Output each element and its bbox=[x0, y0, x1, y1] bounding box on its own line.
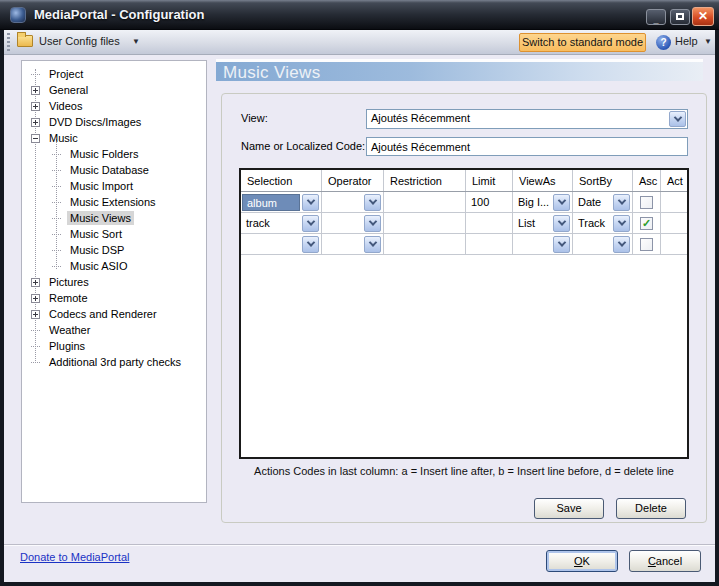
expand-icon[interactable] bbox=[31, 310, 40, 319]
sortby-combo[interactable]: Date bbox=[573, 192, 632, 212]
chevron-down-icon bbox=[306, 217, 314, 225]
selection-combo-dropdown-button[interactable] bbox=[302, 194, 319, 211]
expand-icon[interactable] bbox=[31, 294, 40, 303]
operator-combo[interactable] bbox=[322, 234, 383, 254]
column-header-limit: Limit bbox=[466, 170, 513, 191]
maximize-button[interactable] bbox=[670, 9, 690, 25]
asc-checkbox[interactable] bbox=[640, 196, 653, 209]
asc-cell bbox=[633, 192, 661, 212]
sidebar-item-additional-3rd-party-checks[interactable]: Additional 3rd party checks bbox=[22, 354, 206, 370]
tree-branch-stub bbox=[52, 218, 61, 219]
chevron-down-icon bbox=[368, 217, 376, 225]
sortby-combo-dropdown-button[interactable] bbox=[613, 236, 630, 253]
sidebar-item-pictures[interactable]: Pictures bbox=[22, 274, 206, 290]
view-select[interactable]: Ajoutés Récemment bbox=[366, 109, 688, 129]
collapse-icon[interactable] bbox=[31, 134, 40, 143]
selection-combo[interactable]: track bbox=[241, 213, 321, 233]
sidebar-item-music-extensions[interactable]: Music Extensions bbox=[22, 194, 206, 210]
selection-combo-dropdown-button[interactable] bbox=[302, 236, 319, 253]
help-button[interactable]: Help bbox=[675, 35, 698, 47]
folder-icon bbox=[17, 35, 33, 47]
sidebar-item-music-views[interactable]: Music Views bbox=[22, 210, 206, 226]
save-button[interactable]: Save bbox=[534, 498, 604, 519]
act-cell[interactable] bbox=[661, 192, 687, 212]
donate-link[interactable]: Donate to MediaPortal bbox=[20, 551, 129, 563]
toolbar-grip-handle[interactable] bbox=[7, 33, 10, 51]
mediaportal-configuration-window: MediaPortal - Configuration _ ✕ User Con… bbox=[0, 0, 719, 586]
expand-icon[interactable] bbox=[31, 86, 40, 95]
limit-cell[interactable]: 100 bbox=[466, 192, 513, 212]
config-files-dropdown[interactable]: User Config files bbox=[39, 35, 120, 47]
sortby-cell: Date bbox=[573, 192, 633, 212]
sidebar-item-music-asio[interactable]: Music ASIO bbox=[22, 258, 206, 274]
restriction-cell[interactable] bbox=[384, 213, 466, 233]
close-button[interactable]: ✕ bbox=[692, 7, 714, 26]
asc-checkbox-checked[interactable]: ✓ bbox=[640, 217, 653, 230]
expand-icon[interactable] bbox=[31, 278, 40, 287]
sidebar-item-label: Additional 3rd party checks bbox=[46, 355, 184, 369]
window-title: MediaPortal - Configuration bbox=[34, 0, 204, 30]
expand-icon[interactable] bbox=[31, 102, 40, 111]
sidebar-item-music-dsp[interactable]: Music DSP bbox=[22, 242, 206, 258]
viewas-combo-value bbox=[514, 236, 551, 253]
expand-icon[interactable] bbox=[31, 118, 40, 127]
operator-combo-dropdown-button[interactable] bbox=[364, 215, 381, 232]
music-views-groupbox: View: Ajoutés Récemment Name or Localize… bbox=[221, 93, 707, 523]
act-cell[interactable] bbox=[661, 213, 687, 233]
sidebar-item-label: Music bbox=[46, 131, 81, 145]
viewas-combo-dropdown-button[interactable] bbox=[553, 236, 570, 253]
operator-combo-dropdown-button[interactable] bbox=[364, 194, 381, 211]
sidebar-item-label: Music Views bbox=[67, 211, 134, 225]
sidebar-item-general[interactable]: General bbox=[22, 82, 206, 98]
chevron-down-icon bbox=[673, 113, 681, 121]
view-select-dropdown-button[interactable] bbox=[669, 111, 686, 127]
selection-combo[interactable] bbox=[241, 234, 321, 254]
delete-button[interactable]: Delete bbox=[616, 498, 686, 519]
sidebar-item-plugins[interactable]: Plugins bbox=[22, 338, 206, 354]
sortby-combo-dropdown-button[interactable] bbox=[613, 215, 630, 232]
sidebar-item-videos[interactable]: Videos bbox=[22, 98, 206, 114]
viewas-combo-dropdown-button[interactable] bbox=[553, 194, 570, 211]
name-or-localized-code-field[interactable] bbox=[366, 137, 688, 156]
selection-combo[interactable]: album bbox=[241, 192, 321, 212]
viewas-combo[interactable]: List bbox=[513, 213, 572, 233]
sidebar-item-music-folders[interactable]: Music Folders bbox=[22, 146, 206, 162]
sortby-combo[interactable] bbox=[573, 234, 632, 254]
operator-combo-dropdown-button[interactable] bbox=[364, 236, 381, 253]
sidebar-item-music[interactable]: Music bbox=[22, 130, 206, 146]
tree-branch-stub bbox=[52, 266, 61, 267]
limit-cell[interactable] bbox=[466, 213, 513, 233]
viewas-combo-value: Big I... bbox=[514, 194, 551, 211]
sidebar-item-weather[interactable]: Weather bbox=[22, 322, 206, 338]
sidebar-item-codecs-and-renderer[interactable]: Codecs and Renderer bbox=[22, 306, 206, 322]
viewas-combo-dropdown-button[interactable] bbox=[553, 215, 570, 232]
config-files-dropdown-arrow-icon[interactable]: ▼ bbox=[132, 37, 140, 46]
restriction-cell[interactable] bbox=[384, 192, 466, 212]
operator-cell bbox=[322, 234, 384, 254]
limit-cell[interactable] bbox=[466, 234, 513, 254]
asc-checkbox[interactable] bbox=[640, 238, 653, 251]
sidebar-item-remote[interactable]: Remote bbox=[22, 290, 206, 306]
help-dropdown-arrow-icon[interactable]: ▼ bbox=[704, 37, 712, 46]
sidebar-item-dvd-discs-images[interactable]: DVD Discs/Images bbox=[22, 114, 206, 130]
operator-combo[interactable] bbox=[322, 213, 383, 233]
restriction-cell[interactable] bbox=[384, 234, 466, 254]
sidebar-item-music-import[interactable]: Music Import bbox=[22, 178, 206, 194]
chevron-down-icon bbox=[557, 217, 565, 225]
table-row: album100Big I...Date bbox=[241, 192, 687, 213]
cancel-button[interactable]: Cancel bbox=[629, 550, 701, 572]
act-cell[interactable] bbox=[661, 234, 687, 254]
switch-to-standard-mode-button[interactable]: Switch to standard mode bbox=[519, 33, 646, 52]
sidebar-item-music-database[interactable]: Music Database bbox=[22, 162, 206, 178]
viewas-combo[interactable] bbox=[513, 234, 572, 254]
sidebar-item-music-sort[interactable]: Music Sort bbox=[22, 226, 206, 242]
sortby-combo[interactable]: Track bbox=[573, 213, 632, 233]
minimize-button[interactable]: _ bbox=[646, 9, 666, 25]
operator-combo[interactable] bbox=[322, 192, 383, 212]
ok-button[interactable]: OK bbox=[546, 550, 618, 572]
sidebar-item-project[interactable]: Project bbox=[22, 66, 206, 82]
sortby-combo-dropdown-button[interactable] bbox=[613, 194, 630, 211]
selection-combo-dropdown-button[interactable] bbox=[302, 215, 319, 232]
viewas-combo[interactable]: Big I... bbox=[513, 192, 572, 212]
help-icon[interactable]: ? bbox=[656, 35, 671, 50]
